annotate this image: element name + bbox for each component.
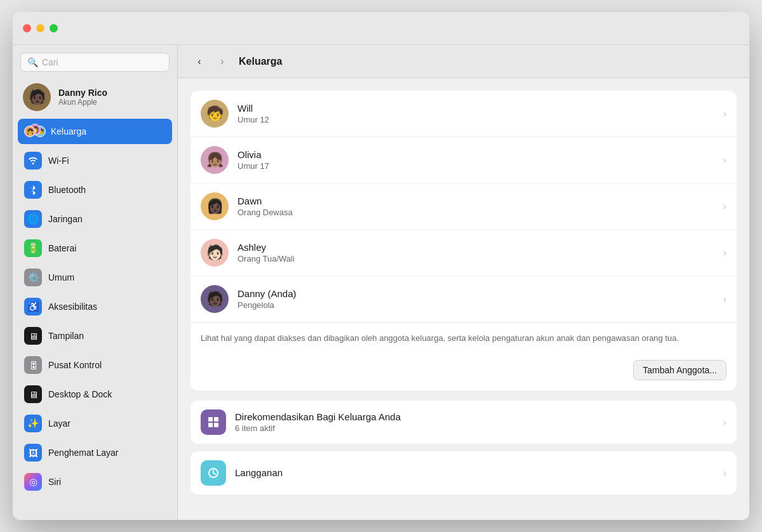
sidebar-item-display[interactable]: 🖥 Tampilan (18, 322, 172, 350)
recommend-subtitle: 6 item aktif (235, 423, 714, 433)
search-input[interactable]: Cari (42, 57, 58, 67)
display-icon: 🖥 (24, 327, 42, 345)
avatar-will: 🧒 (201, 100, 229, 128)
detail-header: ‹ › Keluarga (178, 45, 749, 78)
battery-icon: 🔋 (24, 239, 42, 257)
recommend-info: Direkomendasikan Bagi Keluarga Anda 6 it… (235, 411, 714, 433)
svg-rect-0 (208, 417, 213, 422)
desktop-dock-label: Desktop & Dock (48, 389, 112, 399)
main-content: 🔍 Cari 🧑🏿 Danny Rico Akun Apple 👧 👩 🧒 (13, 45, 749, 520)
member-name-olivia: Olivia (237, 149, 714, 160)
screen-icon: ✨ (24, 415, 42, 432)
member-row-will[interactable]: 🧒 Will Umur 12 › (190, 91, 737, 137)
member-info-danny: Danny (Anda) Pengelola (237, 288, 714, 310)
sidebar-item-wifi[interactable]: Wi-Fi (18, 147, 172, 175)
chevron-icon: › (723, 109, 726, 119)
member-name-dawn: Dawn (237, 196, 714, 206)
sidebar-list: Wi-Fi Bluetooth 🌐 Jaringan 🔋 (13, 147, 177, 520)
network-label: Jaringan (48, 214, 83, 224)
member-name-will: Will (237, 103, 714, 114)
family-members-card: 🧒 Will Umur 12 › 👧🏽 Olivia Umur 17 (190, 91, 737, 390)
siri-label: Siri (48, 477, 61, 487)
accessibility-label: Aksesibilitas (48, 302, 97, 312)
svg-rect-2 (208, 423, 213, 427)
family-avatars-icon: 👧 👩 🧒 (24, 124, 44, 139)
chevron-icon: › (723, 468, 726, 478)
subscription-card[interactable]: Langganan › (190, 451, 737, 495)
sidebar-keluarga-label: Keluarga (51, 126, 86, 136)
detail-content: 🧒 Will Umur 12 › 👧🏽 Olivia Umur 17 (178, 78, 749, 520)
titlebar (13, 12, 749, 45)
bluetooth-icon (24, 181, 42, 199)
sidebar-item-desktop-dock[interactable]: 🖥 Desktop & Dock (18, 380, 172, 408)
search-icon: 🔍 (27, 57, 38, 67)
avatar: 🧑🏿 (23, 83, 51, 111)
wifi-label: Wi-Fi (48, 156, 69, 166)
add-member-button[interactable]: Tambah Anggota... (633, 360, 726, 380)
subscription-icon (201, 460, 226, 486)
sidebar-item-accessibility[interactable]: ♿ Aksesibilitas (18, 293, 172, 321)
chevron-icon: › (723, 417, 726, 427)
member-info-ashley: Ashley Orang Tua/Wali (237, 242, 714, 263)
subscription-card-row: Langganan › (190, 451, 737, 495)
accessibility-icon: ♿ (24, 298, 42, 316)
sidebar-item-keluarga[interactable]: 👧 👩 🧒 Keluarga (18, 119, 172, 144)
avatar-dawn: 👩🏿 (201, 192, 229, 220)
member-row-olivia[interactable]: 👧🏽 Olivia Umur 17 › (190, 137, 737, 183)
user-info: Danny Rico Akun Apple (58, 88, 107, 107)
recommend-icon (201, 409, 226, 435)
battery-label: Baterai (48, 243, 76, 253)
back-button[interactable]: ‹ (190, 55, 208, 68)
subscription-info: Langganan (235, 467, 714, 478)
control-center-label: Pusat Kontrol (48, 360, 102, 370)
member-name-ashley: Ashley (237, 242, 714, 253)
screensaver-icon: 🖼 (24, 444, 42, 462)
member-row-dawn[interactable]: 👩🏿 Dawn Orang Dewasa › (190, 183, 737, 230)
sidebar-item-siri[interactable]: ◎ Siri (18, 468, 172, 496)
network-icon: 🌐 (24, 210, 42, 228)
sidebar-item-screensaver[interactable]: 🖼 Penghemat Layar (18, 439, 172, 467)
sidebar: 🔍 Cari 🧑🏿 Danny Rico Akun Apple 👧 👩 🧒 (13, 45, 178, 520)
detail-panel: ‹ › Keluarga 🧒 Will Umur 12 (178, 45, 749, 520)
general-label: Umum (48, 272, 74, 283)
siri-icon: ◎ (24, 473, 42, 491)
sidebar-item-bluetooth[interactable]: Bluetooth (18, 176, 172, 204)
desktop-dock-icon: 🖥 (24, 385, 42, 403)
member-info-dawn: Dawn Orang Dewasa (237, 196, 714, 217)
member-row-ashley[interactable]: 🧑🏻 Ashley Orang Tua/Wali › (190, 230, 737, 276)
recommend-card[interactable]: Direkomendasikan Bagi Keluarga Anda 6 it… (190, 401, 737, 444)
sidebar-item-control-center[interactable]: 🎛 Pusat Kontrol (18, 351, 172, 379)
forward-button[interactable]: › (213, 55, 231, 68)
display-label: Tampilan (48, 331, 84, 341)
page-title: Keluarga (239, 56, 282, 67)
member-info-will: Will Umur 12 (237, 103, 714, 124)
screen-label: Layar (48, 418, 70, 429)
sidebar-item-network[interactable]: 🌐 Jaringan (18, 205, 172, 233)
chevron-icon: › (723, 155, 726, 165)
fullscreen-button[interactable] (50, 24, 58, 32)
chevron-icon: › (723, 248, 726, 258)
subscription-title: Langganan (235, 467, 714, 478)
svg-rect-3 (214, 423, 218, 427)
close-button[interactable] (23, 24, 31, 32)
member-role-dawn: Orang Dewasa (237, 208, 714, 217)
sidebar-item-general[interactable]: ⚙️ Umum (18, 263, 172, 291)
add-member-section: Tambah Anggota... (190, 354, 737, 390)
general-icon: ⚙️ (24, 269, 42, 286)
traffic-lights (23, 24, 58, 32)
screensaver-label: Penghemat Layar (48, 448, 119, 458)
sidebar-item-battery[interactable]: 🔋 Baterai (18, 234, 172, 262)
svg-rect-1 (214, 417, 218, 422)
recommend-title: Direkomendasikan Bagi Keluarga Anda (235, 411, 714, 422)
member-row-danny[interactable]: 🧑🏿 Danny (Anda) Pengelola › (190, 276, 737, 323)
user-name: Danny Rico (58, 88, 107, 98)
wifi-icon (24, 152, 42, 170)
sidebar-item-screen[interactable]: ✨ Layar (18, 409, 172, 437)
user-profile[interactable]: 🧑🏿 Danny Rico Akun Apple (13, 77, 177, 119)
search-bar[interactable]: 🔍 Cari (20, 53, 170, 72)
description-text: Lihat hal yang dapat diakses dan dibagik… (190, 323, 737, 354)
avatar-olivia: 👧🏽 (201, 146, 229, 174)
control-center-icon: 🎛 (24, 356, 42, 374)
chevron-icon: › (723, 294, 726, 304)
minimize-button[interactable] (36, 24, 44, 32)
